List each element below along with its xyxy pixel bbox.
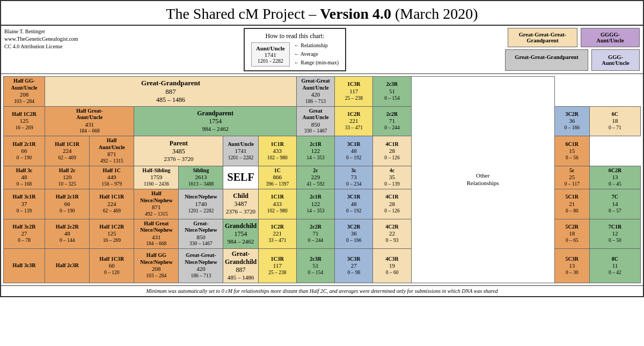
- legend-title: How to read this chart:: [251, 32, 339, 40]
- cell-sibling: Sibling 2613 1613 – 3488: [179, 166, 223, 189]
- cell-1c3r-r7: 1C3R 117 25 – 238: [258, 249, 296, 283]
- attr-line1: Blaine T. Bettinger: [4, 28, 90, 35]
- cell-6c-row2: 6C 18 0 – 71: [589, 106, 640, 136]
- cell-half-2c1r: Half 2c1R 66 0 – 190: [4, 136, 45, 166]
- cell-4c1r-r5: 4C1R 28 0 – 126: [373, 189, 411, 219]
- cell-half-3c: Half 3c 48 0 – 168: [4, 166, 45, 189]
- cell-great-great-niece-nephew: Great-Great-Niece/Nephew 420 186 – 713: [179, 249, 223, 283]
- table-row: Half GG-Aunt/Uncle 208 103 – 284 Great-G…: [4, 77, 641, 107]
- cell-half-3c2r: Half 3c2R 27 0 – 78: [4, 219, 45, 249]
- cell-6c2r-row4: 6C2R 13 0 – 45: [589, 166, 640, 189]
- ggp-box: Great-Great-Grandparent: [505, 49, 588, 71]
- cell-half-2c1r-r5: Half 2c1R 66 0 – 190: [45, 189, 90, 219]
- cell-great-niece-nephew: Great-Niece/Nephew 850 330 – 1467: [179, 219, 223, 249]
- cell-5c3r-r7: 5C3R 13 0 – 30: [554, 249, 589, 283]
- cell-half-gg-aunt-uncle: Half GG-Aunt/Uncle 208 103 – 284: [4, 77, 45, 107]
- cell-great-great-aunt-uncle: Great-GreatAunt/Uncle 420 186 – 713: [296, 77, 334, 107]
- ggg-box: GGG-Aunt/Uncle: [591, 49, 640, 71]
- cell-2c1r-row3: 2c1R 122 14 – 353: [296, 136, 334, 166]
- cell-half-2c3r: Half 2c3R: [45, 249, 90, 283]
- gggg-box: GGGG-Aunt/Uncle: [581, 28, 640, 47]
- cell-4c2r-r6: 4C2R 22 0 – 93: [373, 219, 411, 249]
- header-row: Blaine T. Bettinger www.TheGeneticGeneal…: [1, 26, 643, 74]
- cell-3c-row4: 3c 73 0 – 234: [335, 166, 373, 189]
- cell-child: Child 3487 2376 – 3720: [223, 189, 258, 219]
- cell-great-grandchild: Great-Grandchild 887 485 – 1486: [223, 249, 258, 283]
- cell-half-1c1r: Half 1C1R 224 62 – 469: [45, 136, 90, 166]
- cell-2c2r-r6: 2c2R 71 0 – 244: [296, 219, 334, 249]
- cell-5c1r-r5: 5C1R 21 0 – 80: [554, 189, 589, 219]
- cell-half-1c1r-r5: Half 1C1R 224 62 – 469: [90, 189, 134, 219]
- gggp-box: Great-Great-Great-Grandparent: [508, 28, 577, 47]
- grid-area: Half GG-Aunt/Uncle 208 103 – 284 Great-G…: [1, 74, 643, 285]
- attribution: Blaine T. Bettinger www.TheGeneticGeneal…: [4, 28, 90, 50]
- cell-8c-r7: 8C 11 0 – 42: [589, 249, 640, 283]
- cell-1c3r-row1: 1C3R 117 25 – 238: [335, 77, 373, 107]
- cell-2c3r-row1: 2c3R 51 0 – 154: [373, 77, 411, 107]
- legend-box: How to read this chart: Aunt/Uncle 1741 …: [244, 28, 346, 71]
- footer-text: Minimum was automatically set to 0 cM fo…: [1, 285, 643, 296]
- cell-3c2r-row2: 3C2R 36 0 – 166: [554, 106, 589, 136]
- cell-4c-row4: 4c 35 0 – 139: [373, 166, 411, 189]
- main-table: Half GG-Aunt/Uncle 208 103 – 284 Great-G…: [3, 76, 641, 283]
- legend-example: Aunt/Uncle 1741 1201 - 2282: [251, 42, 290, 67]
- cell-half-1c2r-r6: Half 1C2R 125 16 – 269: [90, 219, 134, 249]
- cell-grandchild: Grandchild 1754 984 – 2462: [223, 219, 258, 249]
- attr-line3: CC 4.0 Attribution License: [4, 43, 90, 50]
- cell-2c3r-r7: 2c3R 51 0 – 154: [296, 249, 334, 283]
- cell-5c-row4: 5c 25 0 – 117: [554, 166, 589, 189]
- cell-3c1r-row3: 3C1R 48 0 – 192: [335, 136, 373, 166]
- cell-6c1r-row3: 6C1R 15 0 – 56: [554, 136, 589, 166]
- cell-1c1r-r5: 1C1R 433 102 – 980: [258, 189, 296, 219]
- cell-great-grandparent: Great-Grandparent 887 485 – 1486: [45, 77, 297, 107]
- cell-half-niece-nephew: HalfNiece/Nephew 871 492 – 1315: [134, 189, 179, 219]
- cell-1c-row4: 1C 866 396 – 1397: [258, 166, 296, 189]
- main-container: The Shared cM Project – Version 4.0 (Mar…: [0, 0, 644, 297]
- cell-2c2r-row2: 2c2R 71 0 – 244: [373, 106, 411, 136]
- cell-1c2r-row2: 1C2R 221 33 – 471: [335, 106, 373, 136]
- cell-self: SELF: [223, 166, 258, 189]
- cell-niece-nephew: Niece/Nephew 1740 1201 – 2282: [179, 189, 223, 219]
- cell-1c1r-row3: 1C1R 433 102 – 980: [258, 136, 296, 166]
- legend-content: Aunt/Uncle 1741 1201 - 2282 ← Relationsh…: [251, 41, 339, 67]
- cell-1c2r-r6: 1C2R 221 33 – 471: [258, 219, 296, 249]
- cell-2c-row4: 2c 229 41 – 592: [296, 166, 334, 189]
- cell-half-great-niece-nephew: Half GreatNiece/Nephew 431 184 – 668: [134, 219, 179, 249]
- cell-3c3r-r7: 3C3R 27 0 – 98: [335, 249, 373, 283]
- cell-other-relationships: OtherRelationships: [411, 77, 554, 283]
- cell-half-sibling: Half-Sibling 1759 1160 – 2436: [134, 166, 179, 189]
- cell-2c1r-r5: 2c1R 122 14 – 353: [296, 189, 334, 219]
- cell-half-1c2r: Half 1C2R 125 16 – 269: [4, 106, 45, 136]
- cell-grandparent: Grandparent 1754 984 – 2462: [134, 106, 297, 136]
- title: The Shared cM Project – Version 4.0 (Mar…: [1, 1, 643, 26]
- cell-7c1r-r6: 7C1R 12 0 – 50: [589, 219, 640, 249]
- cell-half-2c2r: Half 2c2R 48 0 – 144: [45, 219, 90, 249]
- cell-3c2r-r6: 3C2R 36 0 – 166: [335, 219, 373, 249]
- cell-half-aunt-uncle: HalfAunt/Uncle 871 492 – 1315: [90, 136, 134, 166]
- cell-4c1r-row3: 4C1R 28 0 – 126: [373, 136, 411, 166]
- cell-parent: Parent 3485 2376 – 3720: [134, 136, 223, 166]
- cell-half-3c1r: Half 3c1R 37 0 – 139: [4, 189, 45, 219]
- cell-7c-r5: 7C 14 0 – 57: [589, 189, 640, 219]
- cell-half-great-aunt-uncle: Half Great-Aunt/Uncle 431 184 – 668: [45, 106, 134, 136]
- cell-half-1c: Half 1C 449 156 – 979: [90, 166, 134, 189]
- cell-great-aunt-uncle: GreatAunt/Uncle 850 330 – 1467: [296, 106, 334, 136]
- cell-5c2r-r6: 5C2R 18 0 – 65: [554, 219, 589, 249]
- legend-arrows: ← Relationship ← Average ← Range (min-ma…: [294, 41, 339, 67]
- cell-half-2c: Half 2c 120 10 – 325: [45, 166, 90, 189]
- attr-line2: www.TheGeneticGenealogist.com: [4, 35, 90, 43]
- cell-3c1r-r5: 3C1R 48 0 – 192: [335, 189, 373, 219]
- cell-4c3r-r7: 4C3R 19 0 – 60: [373, 249, 411, 283]
- cell-half-3c3r: Half 3c3R: [4, 249, 45, 283]
- cell-half-gg-niece-nephew: Half GGNiece/Nephew 208 103 – 284: [134, 249, 179, 283]
- cell-half-1c3r: Half 1C3R 60 0 – 120: [90, 249, 134, 283]
- cell-aunt-uncle-row3: Aunt/Uncle 1741 1201 – 2282: [223, 136, 258, 166]
